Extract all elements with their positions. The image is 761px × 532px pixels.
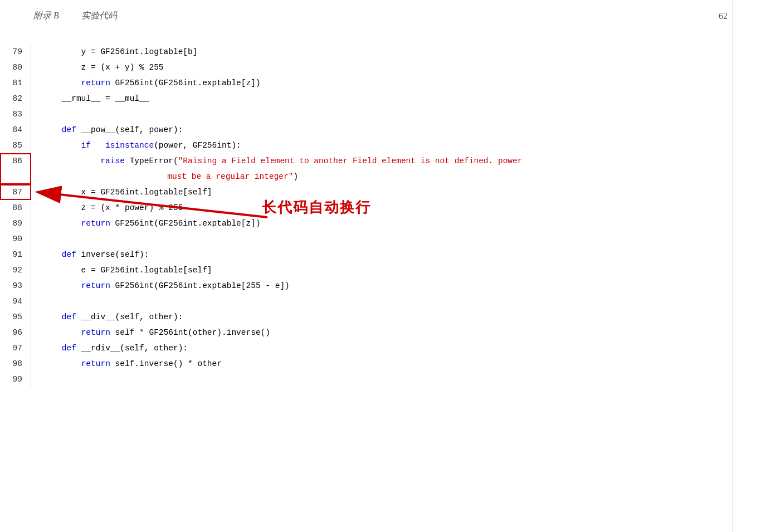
page-number: 62 xyxy=(719,11,728,21)
line-number: 84 xyxy=(0,122,31,138)
table-row: 87 x = GF256int.logtable[self] xyxy=(0,184,761,200)
table-row: 93 return GF256int(GF256int.exptable[255… xyxy=(0,278,761,294)
table-row: 91 def inverse(self): xyxy=(0,247,761,262)
line-number: 83 xyxy=(0,106,31,122)
line-number: 86 xyxy=(0,153,31,169)
table-row: 80 z = (x + y) % 255 xyxy=(0,60,761,75)
table-row: 95 def __div__(self, other): xyxy=(0,309,761,325)
line-number: 94 xyxy=(0,294,31,309)
table-row: 98 return self.inverse() * other xyxy=(0,356,761,372)
table-row: 84 def __pow__(self, power): xyxy=(0,122,761,138)
line-number: 89 xyxy=(0,216,31,231)
table-row: 86 raise TypeError("Raising a Field elem… xyxy=(0,153,761,184)
table-row: 94 xyxy=(0,294,761,309)
code-container: 79 y = GF256int.logtable[b]80 z = (x + y… xyxy=(0,33,761,398)
table-row: 81 return GF256int(GF256int.exptable[z]) xyxy=(0,75,761,91)
table-row: 83 xyxy=(0,106,761,122)
line-number: 81 xyxy=(0,75,31,91)
table-row: 79 y = GF256int.logtable[b] xyxy=(0,44,761,60)
line-number: 92 xyxy=(0,262,31,278)
line-number: 96 xyxy=(0,325,31,340)
table-row: 96 return self * GF256int(other).inverse… xyxy=(0,325,761,340)
table-row: 97 def __rdiv__(self, other): xyxy=(0,340,761,356)
line-number: 80 xyxy=(0,60,31,75)
appendix-label: 附录 B xyxy=(33,10,59,22)
line-number: 82 xyxy=(0,91,31,106)
line-number: 93 xyxy=(0,278,31,294)
line-number: 85 xyxy=(0,138,31,153)
header-title: 实验代码 xyxy=(81,10,117,22)
line-number: 95 xyxy=(0,309,31,325)
line-number: 98 xyxy=(0,356,31,372)
table-row: 89 return GF256int(GF256int.exptable[z]) xyxy=(0,216,761,231)
table-row: 85 if isinstance(power, GF256int): xyxy=(0,138,761,153)
table-row: 99 xyxy=(0,372,761,387)
line-number: 90 xyxy=(0,231,31,247)
line-number: 99 xyxy=(0,372,31,387)
table-row: 82 __rmul__ = __mul__ xyxy=(0,91,761,106)
line-number: 91 xyxy=(0,247,31,262)
table-row: 92 e = GF256int.logtable[self] xyxy=(0,262,761,278)
table-row: 90 xyxy=(0,231,761,247)
line-number: 79 xyxy=(0,44,31,60)
page-header: 附录 B 实验代码 62 xyxy=(0,0,761,27)
line-number: 87 xyxy=(0,184,31,200)
table-row: 88 z = (x * power) % 255 xyxy=(0,200,761,216)
line-number: 97 xyxy=(0,340,31,356)
line-number: 88 xyxy=(0,200,31,216)
